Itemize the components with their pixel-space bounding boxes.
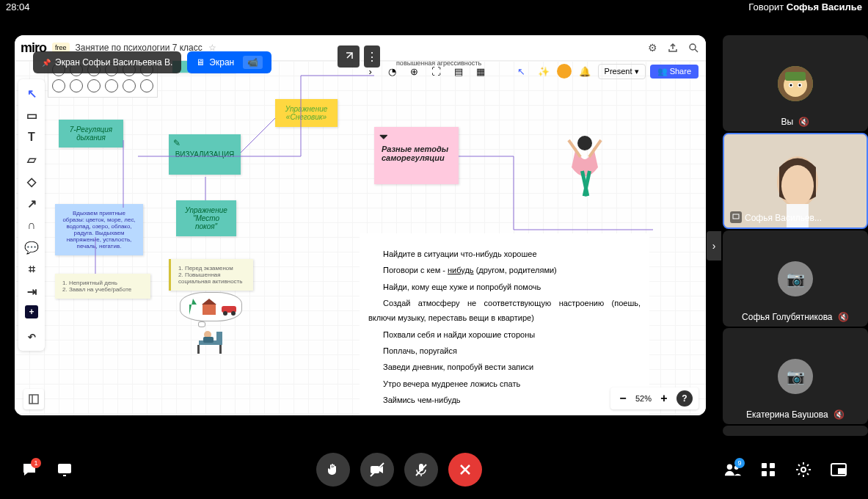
screen-share-label[interactable]: 🖥 Экран 📹	[187, 51, 271, 73]
pip-button[interactable]	[830, 461, 847, 478]
sticky-peace[interactable]: Упражнение "Место покоя"	[176, 200, 236, 236]
camera-icon: 📷	[787, 270, 805, 288]
shared-screen: miro free Занятие по психологии 7 класс …	[15, 35, 706, 415]
call-controls: 1 9	[0, 440, 868, 499]
svg-rect-6	[203, 305, 216, 315]
svg-point-10	[231, 311, 236, 316]
pen-tool[interactable]: ∩	[18, 214, 45, 236]
mic-muted-icon: 🔇	[834, 409, 845, 420]
participant-3[interactable]: 📷 Софья Голубятникова 🔇	[723, 230, 868, 327]
focus-icon[interactable]: ⊕	[406, 62, 423, 80]
settings-icon[interactable]: ⚙	[646, 41, 659, 54]
svg-rect-43	[770, 471, 775, 476]
shape-tool[interactable]: ◇	[18, 170, 45, 192]
svg-rect-21	[785, 72, 806, 81]
frames-panel-icon[interactable]	[23, 389, 44, 409]
list-icon[interactable]: ▤	[450, 62, 467, 80]
camera-off-avatar: 📷	[778, 359, 813, 394]
sticky-visualization[interactable]: ✎ ВИЗУАЛИЗАЦИЯ	[169, 134, 241, 175]
search-icon[interactable]	[687, 41, 700, 54]
sticky-snowman[interactable]: Упражнение «Снеговик»	[275, 99, 338, 127]
sticky-methods[interactable]: ⏷ Разные методы саморегуляции	[374, 127, 459, 184]
miro-toolbar: ↖ ▭ T ▱ ◇ ↗ ∩ 💬 ⌗ ⇥ + ↶	[18, 79, 45, 351]
participant-self[interactable]: Вы 🔇	[723, 35, 868, 131]
present-button[interactable]	[56, 461, 73, 478]
apps-button[interactable]	[759, 461, 777, 478]
pin-icon: 📌	[42, 59, 51, 67]
page-icon[interactable]: ▦	[472, 62, 489, 80]
call-timer: 28:04	[6, 1, 30, 13]
camera-toggle-button[interactable]	[360, 453, 394, 487]
bell-icon[interactable]: 🔔	[576, 62, 594, 80]
zoom-value[interactable]: 52%	[635, 394, 652, 403]
sticky-breathing[interactable]: 7-Регуляция дыхания	[59, 120, 123, 147]
settings-button[interactable]	[795, 461, 812, 478]
zoom-out-button[interactable]: −	[616, 392, 630, 405]
camera-icon: 📷	[787, 368, 805, 385]
help-button[interactable]: ?	[676, 390, 693, 407]
sticky-tool[interactable]: ▱	[18, 148, 45, 170]
share-button[interactable]: 👥 Share	[650, 65, 699, 79]
svg-point-44	[801, 467, 806, 472]
chat-button[interactable]: 1	[21, 461, 38, 478]
frame-tool[interactable]: ⌗	[18, 258, 45, 280]
participant-speaker[interactable]: Софья Васильев...	[723, 133, 868, 229]
svg-rect-42	[762, 471, 767, 476]
participants-button[interactable]: 9	[724, 461, 742, 478]
popout-button[interactable]	[338, 45, 360, 68]
arrow-tool[interactable]: ↗	[18, 192, 45, 214]
sticky-images[interactable]: Вдыхаем приятные образы: цветок, море, л…	[55, 204, 143, 255]
expand-sidebar-button[interactable]: ›	[707, 231, 721, 261]
participants-panel: Вы 🔇 Софья Васильев... 📷 Софья Голубятни…	[723, 35, 868, 436]
user-avatar-icon[interactable]	[557, 64, 572, 79]
undo-tool[interactable]: ↶	[18, 326, 45, 348]
svg-marker-7	[202, 299, 216, 305]
svg-point-1	[577, 136, 592, 150]
comment-tool[interactable]: 💬	[18, 236, 45, 258]
jumping-person-image	[554, 127, 616, 222]
camera-off-avatar: 📷	[778, 261, 813, 296]
svg-point-28	[781, 165, 814, 206]
participant-5[interactable]	[723, 426, 868, 436]
mic-toggle-button[interactable]	[404, 453, 438, 487]
more-menu-button[interactable]: ⋮	[364, 45, 380, 68]
svg-point-25	[799, 84, 801, 86]
svg-point-38	[727, 465, 732, 470]
select-tool[interactable]: ↖	[18, 82, 45, 104]
zoom-controls: − 52% + ?	[610, 387, 699, 409]
svg-rect-12	[216, 332, 222, 345]
svg-rect-40	[762, 463, 767, 468]
speaker-indicator: Говорит Софья Василье	[748, 1, 862, 13]
leave-call-button[interactable]	[448, 453, 482, 487]
avatar-cartoon	[778, 66, 813, 101]
svg-rect-41	[770, 463, 775, 468]
text-document[interactable]: Найдите в ситуации что-нибудь хорошее По…	[360, 233, 649, 415]
upload-tool[interactable]: ⇥	[18, 280, 45, 302]
miro-canvas[interactable]: повышенная агрессивность 7-Регуляция дых…	[15, 61, 706, 415]
svg-rect-31	[58, 464, 71, 473]
mic-muted-icon: 🔇	[838, 312, 849, 322]
daydream-image	[180, 292, 249, 358]
raise-hand-button[interactable]	[316, 453, 350, 487]
text-tool[interactable]: T	[18, 126, 45, 148]
cursor-icon[interactable]: ↖	[513, 62, 530, 80]
add-tool[interactable]: +	[25, 305, 38, 318]
svg-rect-17	[29, 395, 38, 404]
camera-icon: 📹	[243, 56, 263, 69]
zoom-in-button[interactable]: +	[657, 392, 671, 405]
participant-4[interactable]: 📷 Екатерина Баушова 🔇	[723, 328, 868, 424]
svg-rect-15	[197, 345, 200, 354]
chat-badge: 1	[31, 458, 41, 468]
pinned-screen-label[interactable]: 📌 Экран Софьи Васильевна В.	[33, 51, 181, 73]
sticky-day[interactable]: 1. Неприятный день 2. Завал на учебе/раб…	[55, 274, 150, 299]
export-icon[interactable]	[666, 41, 679, 54]
spark-icon[interactable]: ✨	[535, 62, 552, 80]
template-tool[interactable]: ▭	[18, 104, 45, 126]
svg-rect-14	[203, 337, 214, 343]
timer-icon[interactable]: ◔	[384, 62, 401, 80]
fullscreen-icon[interactable]: ⛶	[428, 62, 445, 80]
svg-point-24	[790, 84, 792, 86]
participants-badge: 9	[734, 458, 745, 468]
sticky-notes[interactable]: 1. Перед экзаменом 2. Повышенная социаль…	[169, 259, 253, 291]
present-button[interactable]: Present ▾	[598, 64, 646, 79]
